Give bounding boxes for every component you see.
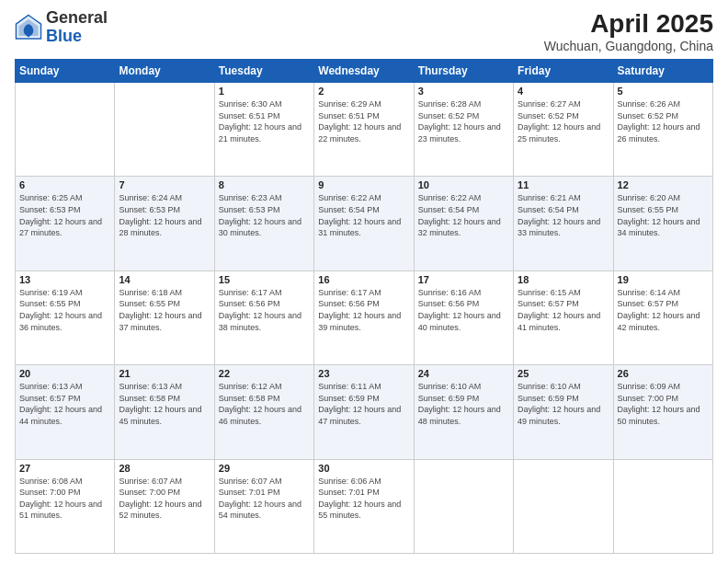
day-number: 9 [318,179,409,190]
table-row: 29Sunrise: 6:07 AM Sunset: 7:01 PM Dayli… [214,459,313,553]
day-info: Sunrise: 6:25 AM Sunset: 6:53 PM Dayligh… [19,192,110,238]
title-block: April 2025 Wuchuan, Guangdong, China [544,9,713,53]
table-row: 1Sunrise: 6:30 AM Sunset: 6:51 PM Daylig… [214,83,313,177]
table-row: 18Sunrise: 6:15 AM Sunset: 6:57 PM Dayli… [514,270,613,364]
day-number: 30 [318,463,409,474]
day-number: 28 [119,463,210,474]
day-number: 26 [618,368,709,379]
day-number: 20 [19,368,110,379]
table-row: 10Sunrise: 6:22 AM Sunset: 6:54 PM Dayli… [414,177,513,270]
day-number: 16 [318,274,409,285]
day-info: Sunrise: 6:09 AM Sunset: 7:00 PM Dayligh… [618,381,709,427]
day-info: Sunrise: 6:06 AM Sunset: 7:01 PM Dayligh… [318,476,409,522]
day-number: 4 [518,86,609,97]
day-info: Sunrise: 6:16 AM Sunset: 6:56 PM Dayligh… [418,287,509,333]
day-number: 7 [119,179,210,190]
day-number: 13 [19,274,110,285]
day-number: 29 [219,463,310,474]
col-friday: Friday [514,60,613,83]
day-number: 18 [518,274,609,285]
calendar-week-row: 27Sunrise: 6:08 AM Sunset: 7:00 PM Dayli… [16,459,713,553]
day-info: Sunrise: 6:11 AM Sunset: 6:59 PM Dayligh… [318,381,409,427]
table-row: 19Sunrise: 6:14 AM Sunset: 6:57 PM Dayli… [613,270,712,364]
day-info: Sunrise: 6:14 AM Sunset: 6:57 PM Dayligh… [618,287,709,333]
col-tuesday: Tuesday [214,60,313,83]
table-row: 21Sunrise: 6:13 AM Sunset: 6:58 PM Dayli… [115,365,214,459]
day-number: 8 [219,179,310,190]
day-number: 19 [618,274,709,285]
calendar-week-row: 20Sunrise: 6:13 AM Sunset: 6:57 PM Dayli… [16,365,713,459]
table-row: 11Sunrise: 6:21 AM Sunset: 6:54 PM Dayli… [514,177,613,270]
table-row [115,83,214,177]
table-row [613,459,712,553]
table-row: 16Sunrise: 6:17 AM Sunset: 6:56 PM Dayli… [314,270,414,364]
day-info: Sunrise: 6:17 AM Sunset: 6:56 PM Dayligh… [318,287,409,333]
day-info: Sunrise: 6:07 AM Sunset: 7:01 PM Dayligh… [219,476,310,522]
col-monday: Monday [115,60,214,83]
day-number: 3 [418,86,509,97]
table-row: 7Sunrise: 6:24 AM Sunset: 6:53 PM Daylig… [115,177,214,270]
table-row: 26Sunrise: 6:09 AM Sunset: 7:00 PM Dayli… [613,365,712,459]
calendar-week-row: 13Sunrise: 6:19 AM Sunset: 6:55 PM Dayli… [16,270,713,364]
table-row: 28Sunrise: 6:07 AM Sunset: 7:00 PM Dayli… [115,459,214,553]
day-number: 23 [318,368,409,379]
day-info: Sunrise: 6:20 AM Sunset: 6:55 PM Dayligh… [618,192,709,238]
header: General Blue April 2025 Wuchuan, Guangdo… [15,9,713,53]
day-number: 24 [418,368,509,379]
day-number: 10 [418,179,509,190]
table-row: 8Sunrise: 6:23 AM Sunset: 6:53 PM Daylig… [214,177,313,270]
day-info: Sunrise: 6:18 AM Sunset: 6:55 PM Dayligh… [119,287,210,333]
day-info: Sunrise: 6:22 AM Sunset: 6:54 PM Dayligh… [318,192,409,238]
table-row: 2Sunrise: 6:29 AM Sunset: 6:51 PM Daylig… [314,83,414,177]
day-number: 1 [219,86,310,97]
day-info: Sunrise: 6:15 AM Sunset: 6:57 PM Dayligh… [518,287,609,333]
day-info: Sunrise: 6:10 AM Sunset: 6:59 PM Dayligh… [418,381,509,427]
day-info: Sunrise: 6:13 AM Sunset: 6:57 PM Dayligh… [19,381,110,427]
day-info: Sunrise: 6:28 AM Sunset: 6:52 PM Dayligh… [418,98,509,144]
day-number: 12 [618,179,709,190]
table-row: 9Sunrise: 6:22 AM Sunset: 6:54 PM Daylig… [314,177,414,270]
logo-icon [15,14,42,41]
day-info: Sunrise: 6:08 AM Sunset: 7:00 PM Dayligh… [19,476,110,522]
logo-text: General Blue [46,9,108,46]
table-row: 30Sunrise: 6:06 AM Sunset: 7:01 PM Dayli… [314,459,414,553]
day-number: 22 [219,368,310,379]
day-number: 6 [19,179,110,190]
day-number: 25 [518,368,609,379]
day-info: Sunrise: 6:29 AM Sunset: 6:51 PM Dayligh… [318,98,409,144]
day-info: Sunrise: 6:26 AM Sunset: 6:52 PM Dayligh… [618,98,709,144]
day-info: Sunrise: 6:24 AM Sunset: 6:53 PM Dayligh… [119,192,210,238]
day-info: Sunrise: 6:23 AM Sunset: 6:53 PM Dayligh… [219,192,310,238]
col-wednesday: Wednesday [314,60,414,83]
day-info: Sunrise: 6:21 AM Sunset: 6:54 PM Dayligh… [518,192,609,238]
day-number: 21 [119,368,210,379]
table-row: 24Sunrise: 6:10 AM Sunset: 6:59 PM Dayli… [414,365,513,459]
table-row [414,459,513,553]
day-info: Sunrise: 6:27 AM Sunset: 6:52 PM Dayligh… [518,98,609,144]
table-row: 25Sunrise: 6:10 AM Sunset: 6:59 PM Dayli… [514,365,613,459]
calendar-subtitle: Wuchuan, Guangdong, China [544,39,713,53]
table-row: 27Sunrise: 6:08 AM Sunset: 7:00 PM Dayli… [16,459,115,553]
col-thursday: Thursday [414,60,513,83]
page: General Blue April 2025 Wuchuan, Guangdo… [0,0,728,563]
day-number: 15 [219,274,310,285]
day-info: Sunrise: 6:13 AM Sunset: 6:58 PM Dayligh… [119,381,210,427]
calendar-header-row: Sunday Monday Tuesday Wednesday Thursday… [16,60,713,83]
logo: General Blue [15,9,108,46]
day-info: Sunrise: 6:30 AM Sunset: 6:51 PM Dayligh… [219,98,310,144]
table-row [514,459,613,553]
calendar-title: April 2025 [544,9,713,39]
table-row: 22Sunrise: 6:12 AM Sunset: 6:58 PM Dayli… [214,365,313,459]
table-row: 3Sunrise: 6:28 AM Sunset: 6:52 PM Daylig… [414,83,513,177]
day-info: Sunrise: 6:07 AM Sunset: 7:00 PM Dayligh… [119,476,210,522]
table-row: 20Sunrise: 6:13 AM Sunset: 6:57 PM Dayli… [16,365,115,459]
day-number: 14 [119,274,210,285]
table-row: 13Sunrise: 6:19 AM Sunset: 6:55 PM Dayli… [16,270,115,364]
day-number: 5 [618,86,709,97]
day-info: Sunrise: 6:17 AM Sunset: 6:56 PM Dayligh… [219,287,310,333]
calendar-table: Sunday Monday Tuesday Wednesday Thursday… [15,59,713,554]
table-row: 14Sunrise: 6:18 AM Sunset: 6:55 PM Dayli… [115,270,214,364]
table-row: 15Sunrise: 6:17 AM Sunset: 6:56 PM Dayli… [214,270,313,364]
day-number: 17 [418,274,509,285]
day-number: 27 [19,463,110,474]
